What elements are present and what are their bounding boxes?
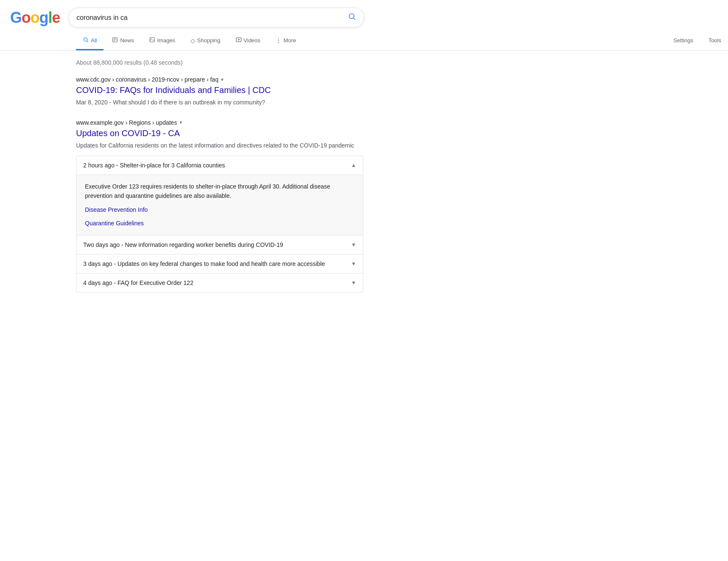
quarantine-guidelines-link[interactable]: Quarantine Guidelines xyxy=(85,219,354,228)
expandable-item-1-content: Executive Order 123 requires residents t… xyxy=(76,175,363,235)
result-1-snippet: Mar 8, 2020 - What should I do if there … xyxy=(76,98,363,107)
tab-videos[interactable]: Videos xyxy=(229,32,267,50)
tab-more[interactable]: ⋮ More xyxy=(269,32,303,50)
expandable-item-3[interactable]: 3 days ago - Updates on key federal chan… xyxy=(76,254,363,273)
result-1-url: www.cdc.gov › coronavirus › 2019-ncov › … xyxy=(76,76,363,83)
chevron-down-icon-3: ▼ xyxy=(351,261,356,267)
expandable-item-2[interactable]: Two days ago - New information regarding… xyxy=(76,235,363,254)
expandable-item-1-header[interactable]: 2 hours ago - Shelter-in-place for 3 Cal… xyxy=(76,156,363,175)
expandable-item-4[interactable]: 4 days ago - FAQ for Executive Order 122… xyxy=(76,273,363,292)
tab-shopping[interactable]: ◇ Shopping xyxy=(184,32,227,50)
svg-point-9 xyxy=(151,38,152,39)
svg-marker-11 xyxy=(238,39,240,41)
result-2-title[interactable]: Updates on COVID-19 - CA xyxy=(76,129,180,138)
search-input[interactable] xyxy=(76,14,348,22)
header: Google xyxy=(0,0,728,27)
search-bar xyxy=(68,8,364,27)
google-logo: Google xyxy=(10,9,60,27)
result-2-url: www.example.gov › Regions › updates ▼ xyxy=(76,119,363,126)
result-1-title[interactable]: COVID-19: FAQs for Individuals and Famil… xyxy=(76,85,271,95)
main-content: About 88,800,000 results (0.48 seconds) … xyxy=(0,51,363,313)
tab-all[interactable]: All xyxy=(76,32,104,50)
expandable-item-1: 2 hours ago - Shelter-in-place for 3 Cal… xyxy=(76,156,363,235)
more-icon: ⋮ xyxy=(275,37,281,44)
expandable-section: 2 hours ago - Shelter-in-place for 3 Cal… xyxy=(76,156,363,293)
search-result-1: www.cdc.gov › coronavirus › 2019-ncov › … xyxy=(76,76,363,107)
tab-settings[interactable]: Settings xyxy=(667,32,700,50)
all-icon xyxy=(83,37,89,44)
search-result-2: www.example.gov › Regions › updates ▼ Up… xyxy=(76,119,363,293)
url-dropdown-arrow-2[interactable]: ▼ xyxy=(179,120,183,125)
videos-icon xyxy=(236,37,242,44)
results-count: About 88,800,000 results (0.48 seconds) xyxy=(76,59,363,66)
chevron-up-icon: ▲ xyxy=(351,162,356,168)
tab-news[interactable]: News xyxy=(105,32,141,50)
nav-right: Settings Tools xyxy=(667,32,728,50)
news-icon xyxy=(112,37,118,44)
nav-tabs: All News Images ◇ Shopping xyxy=(0,32,728,51)
tab-images[interactable]: Images xyxy=(142,32,182,50)
tab-tools[interactable]: Tools xyxy=(702,32,728,50)
images-icon xyxy=(149,37,155,44)
svg-line-3 xyxy=(87,41,88,42)
result-2-snippet: Updates for California residents on the … xyxy=(76,141,363,151)
disease-prevention-link[interactable]: Disease Prevention Info xyxy=(85,205,354,214)
svg-line-1 xyxy=(354,18,355,20)
svg-rect-8 xyxy=(150,38,155,42)
url-dropdown-arrow[interactable]: ▼ xyxy=(220,77,224,82)
shopping-icon: ◇ xyxy=(191,37,195,44)
chevron-down-icon-4: ▼ xyxy=(351,280,356,286)
search-icon[interactable] xyxy=(348,12,356,23)
chevron-down-icon-2: ▼ xyxy=(351,242,356,248)
